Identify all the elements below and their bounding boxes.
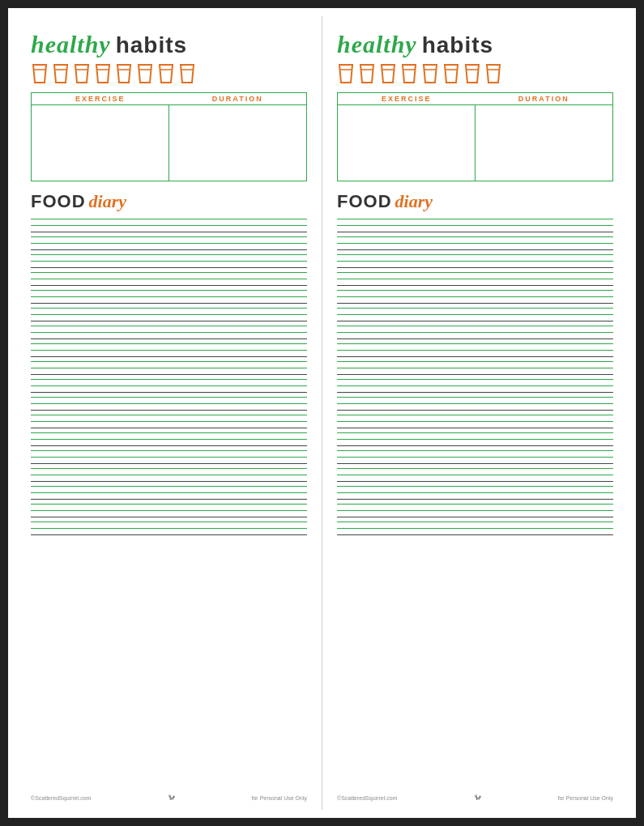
line-group: [31, 219, 307, 235]
green-line: [31, 385, 307, 386]
green-line: [337, 314, 613, 315]
green-line: [337, 379, 613, 380]
cup-5: [115, 63, 133, 84]
left-footer-left: ©ScatteredSquirrel.com: [31, 795, 91, 801]
line-group: [31, 236, 307, 253]
dark-line: [31, 249, 307, 250]
left-diary-label: diary: [89, 191, 126, 212]
green-line: [31, 314, 307, 315]
left-exercise-body: [32, 104, 306, 181]
dark-line: [337, 249, 613, 250]
green-line: [31, 361, 307, 362]
left-lines-area: [31, 219, 307, 788]
left-duration-label: DURATION: [169, 93, 307, 104]
green-line: [31, 225, 307, 226]
green-line: [337, 522, 613, 522]
line-group: [31, 397, 307, 413]
green-line: [31, 450, 307, 451]
dark-line: [31, 356, 307, 357]
green-line: [337, 510, 613, 511]
line-group: [337, 326, 613, 342]
dark-line: [337, 445, 613, 446]
green-line: [31, 504, 307, 505]
right-footer-right: for Personal Use Only: [558, 795, 613, 801]
dark-line: [31, 481, 307, 482]
green-line: [31, 272, 307, 273]
right-water-cups: [337, 63, 613, 84]
green-line: [31, 397, 307, 398]
cup-1: [31, 63, 49, 84]
green-line: [31, 421, 307, 422]
line-group: [31, 254, 307, 270]
line-group: [31, 450, 307, 466]
right-exercise-table: EXERCISE DURATION: [337, 92, 613, 181]
green-line: [31, 290, 307, 291]
dark-line: [337, 481, 613, 482]
r-cup-7: [463, 63, 481, 84]
green-line: [337, 475, 613, 475]
line-group: [31, 272, 307, 288]
green-line: [337, 296, 613, 297]
green-line: [337, 350, 613, 351]
green-line: [337, 254, 613, 255]
dark-line: [337, 232, 613, 232]
left-exercise-headers: EXERCISE DURATION: [32, 93, 306, 104]
cup-4: [94, 63, 112, 84]
line-group: [31, 504, 307, 520]
line-group: [337, 254, 613, 270]
right-title-area: healthy habits: [337, 31, 613, 58]
green-line: [31, 326, 307, 326]
green-line: [337, 439, 613, 440]
left-footer-right: for Personal Use Only: [252, 795, 307, 801]
line-group: [31, 432, 307, 449]
green-line: [31, 368, 307, 368]
right-panel: healthy habits EXERCISE DURATION FOOD: [322, 16, 628, 810]
dark-line: [337, 410, 613, 411]
green-line: [31, 492, 307, 493]
right-duration-col: [476, 104, 612, 181]
dark-line: [337, 428, 613, 428]
green-line: [31, 475, 307, 475]
left-exercise-label: EXERCISE: [32, 93, 169, 104]
dark-line: [31, 445, 307, 446]
dark-line: [337, 321, 613, 321]
green-line: [31, 403, 307, 404]
dark-line: [337, 534, 613, 535]
left-footer: ©ScatteredSquirrel.com 🐿 for Personal Us…: [31, 791, 307, 802]
left-exercise-table: EXERCISE DURATION: [31, 92, 307, 181]
left-title-area: healthy habits: [31, 31, 307, 58]
left-exercise-col: [32, 104, 169, 181]
dark-line: [337, 338, 613, 339]
line-group: [337, 522, 613, 538]
r-cup-4: [400, 63, 418, 84]
green-line: [337, 361, 613, 362]
line-group: [31, 308, 307, 324]
dark-line: [31, 517, 307, 517]
dark-line: [31, 267, 307, 268]
line-group: [31, 522, 307, 538]
left-title-habits: habits: [116, 32, 187, 58]
r-cup-8: [484, 63, 502, 84]
cup-3: [73, 63, 91, 84]
line-group: [31, 379, 307, 395]
green-line: [337, 272, 613, 273]
green-line: [31, 296, 307, 297]
line-group: [337, 343, 613, 360]
dark-line: [337, 499, 613, 500]
green-line: [337, 421, 613, 422]
green-line: [31, 332, 307, 333]
line-group: [337, 486, 613, 502]
line-group: [31, 361, 307, 377]
green-line: [337, 504, 613, 505]
dark-line: [31, 285, 307, 286]
dark-line: [31, 338, 307, 339]
green-line: [337, 332, 613, 333]
green-line: [31, 415, 307, 415]
line-group: [337, 468, 613, 484]
right-exercise-headers: EXERCISE DURATION: [338, 93, 612, 104]
green-line: [31, 528, 307, 529]
line-group: [31, 486, 307, 502]
right-duration-label: DURATION: [476, 93, 613, 104]
right-food-diary-title: FOOD diary: [337, 191, 613, 212]
green-line: [31, 379, 307, 380]
